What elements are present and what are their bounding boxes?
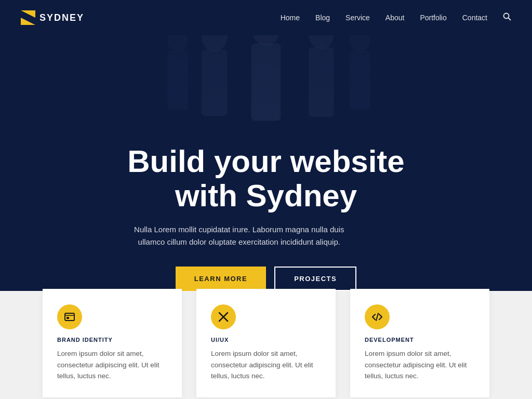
logo-icon — [21, 10, 35, 25]
svg-line-19 — [376, 313, 378, 321]
svg-rect-16 — [66, 317, 69, 319]
card-uiux-title: UI/UX — [211, 337, 321, 343]
uiux-icon — [211, 304, 236, 329]
search-icon[interactable] — [503, 12, 511, 23]
nav-service[interactable]: Service — [345, 14, 370, 22]
card-development: DEVELOPMENT Lorem ipsum dolor sit amet, … — [350, 289, 489, 397]
nav-contact[interactable]: Contact — [462, 14, 487, 22]
logo[interactable]: SYDNEY — [21, 10, 84, 25]
card-uiux: UI/UX Lorem ipsum dolor sit amet, consec… — [196, 289, 336, 397]
svg-rect-14 — [65, 313, 74, 321]
nav-home[interactable]: Home — [281, 14, 300, 22]
svg-line-3 — [509, 18, 511, 21]
card-brand-identity-text: Lorem ipsum dolor sit amet, consectetur … — [57, 348, 167, 382]
hero-section: Build your website with Sydney Nulla Lor… — [0, 0, 532, 291]
cards-section: BRAND IDENTITY Lorem ipsum dolor sit ame… — [0, 280, 532, 399]
hero-content: Build your website with Sydney Nulla Lor… — [127, 129, 404, 291]
hero-title: Build your website with Sydney — [127, 144, 404, 213]
main-nav: Home Blog Service About Portfolio Contac… — [281, 12, 511, 23]
brand-identity-icon — [57, 304, 82, 329]
card-brand-identity: BRAND IDENTITY Lorem ipsum dolor sit ame… — [43, 289, 182, 397]
svg-point-2 — [504, 14, 509, 19]
site-header: SYDNEY Home Blog Service About Portfolio… — [0, 0, 532, 35]
hero-description: Nulla Lorem mollit cupidatat irure. Labo… — [127, 223, 351, 248]
card-development-title: DEVELOPMENT — [365, 337, 475, 343]
development-icon — [365, 304, 390, 329]
card-development-text: Lorem ipsum dolor sit amet, consectetur … — [365, 348, 475, 382]
card-brand-identity-title: BRAND IDENTITY — [57, 337, 167, 343]
nav-about[interactable]: About — [385, 14, 405, 22]
nav-blog[interactable]: Blog — [315, 14, 330, 22]
logo-text: SYDNEY — [39, 12, 84, 23]
nav-portfolio[interactable]: Portfolio — [420, 14, 446, 22]
card-uiux-text: Lorem ipsum dolor sit amet, consectetur … — [211, 348, 321, 382]
svg-marker-0 — [21, 10, 35, 18]
svg-marker-1 — [21, 18, 35, 25]
